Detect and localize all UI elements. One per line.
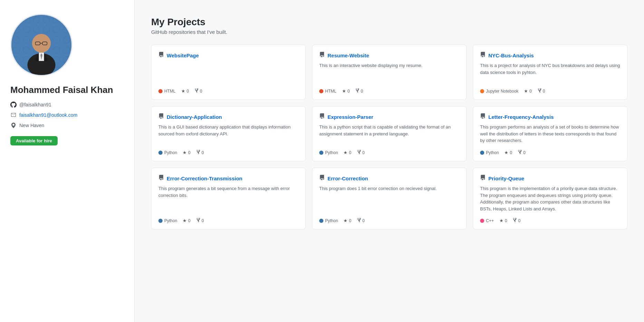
project-description: This program performs an analysis of a s…: [480, 124, 620, 144]
project-description: This is a project for analysis of NYC bu…: [480, 62, 620, 83]
project-footer: Jupyter Notebook ★ 0 0: [480, 88, 620, 94]
fork-icon: [518, 150, 522, 155]
location-item: New Haven: [10, 122, 44, 129]
language-name: Jupyter Notebook: [486, 89, 518, 94]
fork-icon: [194, 88, 198, 94]
star-icon: ★: [343, 218, 348, 223]
language-label: C++: [480, 218, 494, 223]
language-label: Python: [158, 150, 177, 155]
project-footer: C++ ★ 0 0: [480, 218, 620, 224]
project-description: This program generates a bit sequence fr…: [158, 185, 299, 212]
language-label: Python: [319, 218, 338, 223]
language-label: Jupyter Notebook: [480, 89, 518, 94]
project-footer: Python ★ 0 0: [158, 218, 299, 224]
repo-icon: [158, 175, 164, 182]
star-count: 0: [348, 89, 350, 94]
project-name[interactable]: Priority-Queue: [488, 176, 524, 181]
email-item: faisalkhan91@outlook.com: [10, 112, 77, 118]
project-card-header: Error-Correction: [319, 175, 459, 182]
language-dot: [480, 89, 484, 93]
project-footer: HTML ★ 0 0: [158, 88, 299, 94]
star-count: 0: [188, 150, 191, 155]
project-footer: Python ★ 0 0: [480, 150, 620, 155]
star-count: 0: [349, 150, 351, 155]
language-dot: [158, 151, 163, 155]
fork-count: 0: [518, 218, 520, 223]
language-dot: [319, 89, 323, 93]
star-icon: ★: [499, 218, 504, 223]
sidebar: Mohammed Faisal Khan @faisalkhan91 faisa…: [0, 0, 135, 322]
forks-stat: 0: [196, 150, 204, 155]
stars-stat: ★ 0: [343, 218, 351, 223]
language-dot: [319, 219, 323, 223]
project-footer: Python ★ 0 0: [158, 150, 299, 155]
project-card: Letter-Frequency-Analysis This program p…: [473, 106, 627, 161]
location-icon: [10, 122, 17, 129]
page-subtitle: GitHub repositories that I've built.: [151, 29, 627, 35]
stars-stat: ★ 0: [524, 88, 532, 94]
project-card: WebsitePage HTML ★ 0 0: [151, 45, 306, 100]
fork-icon: [513, 218, 517, 224]
fork-count: 0: [362, 218, 365, 223]
stars-stat: ★ 0: [499, 218, 507, 223]
username-text: @faisalkhan91: [19, 102, 51, 107]
forks-stat: 0: [518, 150, 526, 155]
language-name: Python: [164, 218, 177, 223]
project-footer: HTML ★ 0 0: [319, 88, 459, 94]
language-dot: [480, 151, 484, 155]
forks-stat: 0: [357, 218, 365, 224]
location-text: New Haven: [19, 123, 44, 128]
project-name[interactable]: Expression-Parser: [328, 114, 373, 120]
fork-count: 0: [523, 150, 526, 155]
project-card-header: Priority-Queue: [480, 175, 620, 182]
star-count: 0: [505, 218, 507, 223]
repo-icon: [319, 52, 325, 59]
project-card: Error-Correction-Transmission This progr…: [151, 168, 306, 229]
fork-icon: [196, 150, 200, 155]
project-card: Priority-Queue This program is the imple…: [473, 168, 627, 229]
project-description: This program does 1 bit error correction…: [319, 185, 459, 212]
project-name[interactable]: WebsitePage: [167, 53, 199, 58]
project-footer: Python ★ 0 0: [319, 150, 459, 155]
language-dot: [158, 89, 163, 93]
project-name[interactable]: Letter-Frequency-Analysis: [488, 114, 554, 120]
language-dot: [480, 219, 484, 223]
page-title: My Projects: [151, 17, 627, 28]
fork-icon: [537, 88, 541, 94]
star-icon: ★: [181, 88, 185, 94]
project-card-header: Letter-Frequency-Analysis: [480, 113, 620, 120]
project-card-header: WebsitePage: [158, 52, 299, 59]
repo-icon: [319, 113, 325, 120]
star-count: 0: [529, 89, 532, 94]
language-name: Python: [325, 150, 338, 155]
language-label: Python: [480, 150, 499, 155]
forks-stat: 0: [357, 150, 365, 155]
forks-stat: 0: [194, 88, 202, 94]
language-name: C++: [486, 218, 494, 223]
language-label: Python: [319, 150, 338, 155]
project-card-header: NYC-Bus-Analysis: [480, 52, 620, 59]
project-name[interactable]: Dictionary-Application: [167, 114, 222, 120]
fork-icon: [357, 150, 361, 155]
star-count: 0: [187, 89, 189, 94]
repo-icon: [319, 175, 325, 182]
language-name: Python: [164, 150, 177, 155]
project-name[interactable]: Error-Correction-Transmission: [167, 176, 242, 181]
stars-stat: ★ 0: [504, 150, 512, 155]
fork-count: 0: [202, 150, 204, 155]
project-card: Error-Correction This program does 1 bit…: [312, 168, 467, 229]
project-card: NYC-Bus-Analysis This is a project for a…: [473, 45, 627, 100]
stars-stat: ★ 0: [342, 88, 350, 94]
project-name[interactable]: NYC-Bus-Analysis: [488, 53, 534, 58]
project-footer: Python ★ 0 0: [319, 218, 459, 224]
project-name[interactable]: Resume-Website: [328, 53, 369, 58]
forks-stat: 0: [355, 88, 363, 94]
email-icon: [10, 112, 17, 118]
fork-icon: [196, 218, 200, 224]
project-name[interactable]: Error-Correction: [328, 176, 368, 181]
avatar: [10, 14, 72, 76]
email-link[interactable]: faisalkhan91@outlook.com: [19, 112, 77, 118]
forks-stat: 0: [196, 218, 204, 224]
project-description: This is a python script that is capable …: [319, 124, 459, 144]
available-for-hire-badge: Available for hire: [10, 136, 58, 145]
